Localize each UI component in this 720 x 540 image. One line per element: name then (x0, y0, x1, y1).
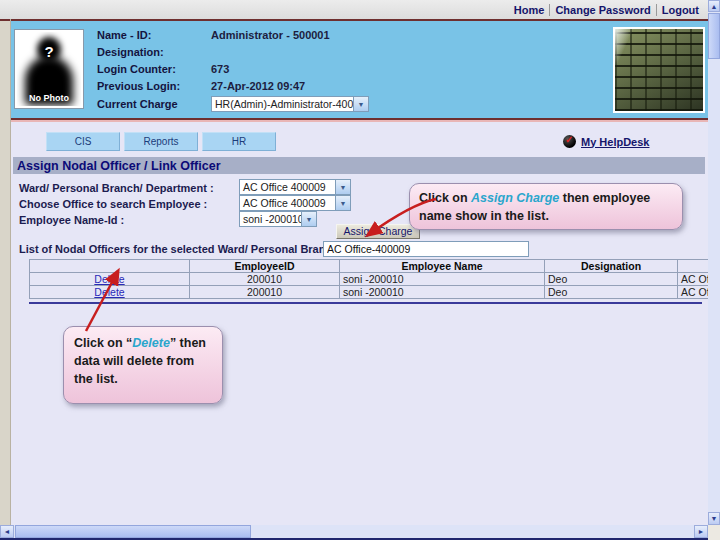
assign-charge-button[interactable]: Assign Charge (336, 224, 420, 239)
change-password-link[interactable]: Change Password (549, 4, 655, 16)
table-bottom-divider (29, 302, 702, 304)
employee-name-cell: soni -200010 (340, 286, 545, 299)
employee-name-id-value: soni -200010 (240, 212, 301, 226)
main-frame: ? No Photo Name - ID: Administrator - 50… (10, 19, 708, 525)
previous-login-value: 27-Apr-2012 09:47 (211, 80, 305, 95)
warehouse-sacks-image (613, 27, 705, 113)
nav-tabs: CIS Reports HR (46, 132, 276, 151)
top-bar: Home Change Password Logout (0, 0, 720, 19)
horizontal-scrollbar[interactable] (0, 525, 708, 540)
table-row: Delete 200010 soni -200010 Deo AC Office (30, 286, 720, 299)
login-counter-label: Login Counter: (97, 63, 211, 78)
current-charge-value: HR(Admin)-Administrator-400001 (212, 97, 353, 111)
helpdesk-icon (563, 135, 576, 148)
employee-id-cell: 200010 (190, 273, 340, 286)
name-id-label: Name - ID: (97, 29, 211, 44)
form-row-ward: Ward/ Personal Branch/ Department : (19, 180, 214, 195)
question-mark-icon: ? (44, 43, 53, 60)
current-charge-label: Current Charge (97, 98, 211, 113)
callout-text: Click on “ (74, 336, 132, 350)
nodal-list-label: List of Nodal Officers for the selected … (19, 243, 345, 255)
horizontal-scroll-thumb[interactable] (15, 525, 251, 538)
info-row-current-charge: Current Charge (97, 98, 211, 113)
delete-link-row2[interactable]: Delete (94, 286, 124, 298)
ward-branch-label: Ward/ Personal Branch/ Department : (19, 182, 214, 194)
employee-name-id-label: Employee Name-Id : (19, 214, 124, 226)
scroll-left-icon[interactable] (0, 525, 14, 538)
choose-office-value: AC Office 400009 (240, 196, 335, 210)
chevron-down-icon (335, 196, 350, 210)
callout-assign-charge: Click on Assign Charge then employee nam… (409, 183, 683, 230)
delete-link-row1[interactable]: Delete (94, 273, 124, 285)
page-title: Assign Nodal Officer / Link Officer (13, 159, 221, 173)
current-charge-select[interactable]: HR(Admin)-Administrator-400001 (211, 96, 369, 112)
nodal-list-input[interactable] (323, 241, 529, 257)
info-row-previous-login: Previous Login: 27-Apr-2012 09:47 (97, 80, 305, 95)
col-action (30, 260, 190, 273)
scroll-up-icon[interactable] (708, 0, 720, 12)
callout-delete: Click on “Delete” then data will delete … (63, 326, 223, 404)
form-row-employee: Employee Name-Id : (19, 212, 124, 227)
callout-highlight: Delete (132, 336, 170, 350)
user-header: ? No Photo Name - ID: Administrator - 50… (11, 21, 709, 118)
vertical-scrollbar[interactable] (708, 0, 720, 525)
login-counter-value: 673 (211, 63, 229, 78)
choose-office-select[interactable]: AC Office 400009 (239, 195, 351, 211)
tab-cis[interactable]: CIS (46, 132, 120, 151)
name-id-value: Administrator - 500001 (211, 29, 330, 44)
info-row-name: Name - ID: Administrator - 500001 (97, 29, 330, 44)
info-row-designation: Designation: (97, 46, 211, 61)
left-margin-strip (0, 19, 10, 525)
col-employee-name: Employee Name (340, 260, 545, 273)
page-title-bar: Assign Nodal Officer / Link Officer (13, 157, 705, 174)
info-row-login-counter: Login Counter: 673 (97, 63, 229, 78)
logout-link[interactable]: Logout (656, 4, 704, 16)
designation-cell: Deo (545, 286, 678, 299)
form-row-office: Choose Office to search Employee : (19, 196, 207, 211)
home-link[interactable]: Home (509, 4, 550, 16)
my-helpdesk-label: My HelpDesk (581, 136, 649, 148)
scroll-down-icon[interactable] (708, 512, 720, 525)
photo-silhouette: ? No Photo (17, 32, 81, 106)
table-row: Delete 200010 soni -200010 Deo AC Office (30, 273, 720, 286)
tab-reports[interactable]: Reports (124, 132, 198, 151)
col-employee-id: EmployeeID (190, 260, 340, 273)
nodal-officers-table: EmployeeID Employee Name Designation Off… (29, 259, 720, 299)
employee-name-id-select[interactable]: soni -200010 (239, 211, 317, 227)
no-photo-label: No Photo (17, 93, 81, 103)
employee-name-cell: soni -200010 (340, 273, 545, 286)
scroll-right-icon[interactable] (694, 525, 708, 538)
callout-text: Click on (419, 191, 471, 205)
previous-login-label: Previous Login: (97, 80, 211, 95)
callout-highlight: Assign Charge (471, 191, 559, 205)
designation-label: Designation: (97, 46, 211, 61)
ward-branch-value: AC Office 400009 (240, 180, 335, 194)
vertical-scroll-thumb[interactable] (708, 13, 720, 59)
ward-branch-select[interactable]: AC Office 400009 (239, 179, 351, 195)
employee-id-cell: 200010 (190, 286, 340, 299)
page-content: CIS Reports HR My HelpDesk Assign Nodal … (11, 122, 709, 525)
tab-hr[interactable]: HR (202, 132, 276, 151)
scrollbar-corner (708, 525, 720, 540)
chevron-down-icon (335, 180, 350, 194)
chevron-down-icon (301, 212, 316, 226)
no-photo-placeholder: ? No Photo (14, 29, 84, 109)
table-header-row: EmployeeID Employee Name Designation Off… (30, 260, 720, 273)
chevron-down-icon (353, 97, 368, 111)
my-helpdesk-link[interactable]: My HelpDesk (563, 135, 649, 148)
designation-cell: Deo (545, 273, 678, 286)
col-designation: Designation (545, 260, 678, 273)
choose-office-label: Choose Office to search Employee : (19, 198, 207, 210)
